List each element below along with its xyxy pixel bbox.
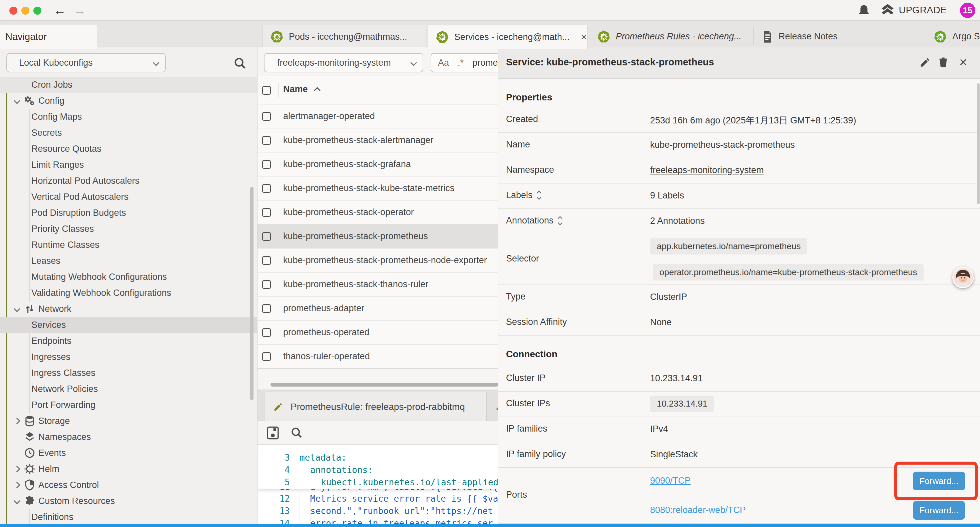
namespace-select[interactable]: freeleaps-monitoring-system	[264, 53, 423, 72]
port-link-9090-TCP[interactable]: 9090/TCP	[650, 476, 691, 486]
notification-count-badge[interactable]: 15	[960, 3, 975, 18]
sidebar-item-ingress-classes[interactable]: Ingress Classes	[0, 365, 257, 381]
chevron-down-icon[interactable]	[14, 306, 20, 312]
row-checkbox[interactable]	[262, 256, 271, 265]
sidebar-item-network-policies[interactable]: Network Policies	[0, 381, 257, 397]
row-checkbox[interactable]	[262, 184, 271, 193]
tab-prometheus-rules-icecheng[interactable]: Prometheus Rules - icecheng...	[590, 25, 752, 48]
match-case-toggle[interactable]: Aa	[438, 58, 449, 68]
navigator-search-icon[interactable]	[234, 57, 246, 69]
table-row-kube-prometheus-stack-alertmanager[interactable]: kube-prometheus-stack-alertmanager	[258, 128, 498, 153]
sidebar-item-leases[interactable]: Leases	[0, 253, 257, 269]
expand-collapse-icon[interactable]	[558, 217, 562, 224]
save-icon[interactable]	[266, 426, 280, 440]
sidebar-item-events[interactable]: Events	[0, 445, 257, 461]
sidebar-item-validating-webhook-configurations[interactable]: Validating Webhook Configurations	[0, 285, 257, 301]
row-checkbox[interactable]	[262, 352, 271, 361]
chevron-right-icon[interactable]	[14, 482, 20, 488]
tab-release-notes[interactable]: Release Notes	[754, 25, 924, 48]
name-column-header[interactable]: Name	[283, 84, 308, 94]
notifications-bell-icon[interactable]	[858, 4, 870, 18]
table-row-kube-prometheus-stack-thanos-ruler[interactable]: kube-prometheus-stack-thanos-ruler	[258, 272, 498, 296]
tab-pods-icecheng-mathmas[interactable]: Pods - icecheng@mathmas...	[262, 25, 426, 48]
tab-argo-se[interactable]: Argo Se	[926, 25, 980, 48]
sidebar-item-resource-quotas[interactable]: Resource Quotas	[0, 141, 257, 157]
horizontal-scrollbar[interactable]	[270, 383, 498, 387]
sidebar-item-definitions[interactable]: Definitions	[0, 509, 257, 524]
sidebar-item-priority-classes[interactable]: Priority Classes	[0, 221, 257, 237]
table-row-kube-prometheus-stack-kube-state-metrics[interactable]: kube-prometheus-stack-kube-state-metrics	[258, 177, 498, 201]
row-checkbox[interactable]	[262, 304, 271, 313]
tab-services-icecheng-math[interactable]: Services - icecheng@math...×	[428, 25, 588, 49]
sidebar-item-access-control[interactable]: Access Control	[0, 477, 257, 493]
namespace-link[interactable]: freeleaps-monitoring-system	[650, 165, 764, 175]
sidebar-item-helm[interactable]: Helm	[0, 461, 257, 477]
regex-toggle[interactable]: .*	[458, 58, 464, 68]
sidebar-item-network[interactable]: Network	[0, 301, 257, 317]
sidebar-item-ingresses[interactable]: Ingresses	[0, 349, 257, 365]
window-close-button[interactable]	[10, 7, 18, 15]
sidebar-item-cron-jobs[interactable]: Cron Jobs	[0, 77, 257, 93]
navigator-panel-tab[interactable]: Navigator	[0, 25, 97, 49]
sidebar-item-horizontal-pod-autoscalers[interactable]: Horizontal Pod Autoscalers	[0, 173, 257, 189]
code-link[interactable]: https://net	[436, 506, 493, 516]
table-row-thanos-ruler-operated[interactable]: thanos-ruler-operated	[258, 345, 498, 369]
sidebar-item-custom-resources[interactable]: Custom Resources	[0, 493, 257, 509]
delete-trash-icon[interactable]	[938, 57, 949, 68]
table-row-kube-prometheus-stack-operator[interactable]: kube-prometheus-stack-operator	[258, 201, 498, 224]
search-query[interactable]: prome	[473, 58, 498, 68]
row-checkbox[interactable]	[262, 232, 271, 241]
sidebar-item-config[interactable]: Config	[0, 93, 257, 109]
upgrade-button[interactable]: UPGRADE	[881, 4, 947, 16]
chevron-down-icon[interactable]	[14, 498, 20, 504]
table-row-kube-prometheus-stack-prometheus[interactable]: kube-prometheus-stack-prometheus	[258, 224, 498, 248]
sidebar-item-mutating-webhook-configurations[interactable]: Mutating Webhook Configurations	[0, 269, 257, 285]
table-row-alertmanager-operated[interactable]: alertmanager-operated	[258, 104, 498, 128]
drawer-scrollbar[interactable]	[977, 83, 980, 204]
port-link-8080-reloader-web-TCP[interactable]: 8080:reloader-web/TCP	[650, 505, 746, 515]
expand-collapse-icon[interactable]	[538, 191, 541, 199]
sidebar-item-endpoints[interactable]: Endpoints	[0, 333, 257, 349]
row-checkbox[interactable]	[262, 112, 271, 121]
window-minimize-button[interactable]	[21, 7, 29, 15]
close-icon[interactable]: ×	[581, 31, 587, 43]
row-checkbox[interactable]	[262, 160, 271, 169]
row-checkbox[interactable]	[262, 208, 271, 217]
forward-button-2[interactable]: Forward...	[913, 501, 965, 520]
edit-pencil-icon[interactable]	[919, 57, 931, 68]
close-icon[interactable]: ×	[959, 55, 967, 70]
sort-ascending-icon[interactable]	[314, 87, 321, 94]
forward-arrow-button[interactable]: →	[73, 3, 86, 18]
sidebar-item-pod-disruption-budgets[interactable]: Pod Disruption Budgets	[0, 205, 257, 221]
sidebar-item-namespaces[interactable]: Namespaces	[0, 429, 257, 445]
chevron-right-icon[interactable]	[14, 417, 20, 424]
table-row-kube-prometheus-stack-grafana[interactable]: kube-prometheus-stack-grafana	[258, 153, 498, 177]
editor-search-icon[interactable]	[290, 426, 303, 439]
sidebar-item-secrets[interactable]: Secrets	[0, 125, 257, 141]
resource-search-box[interactable]: Aa .* prome	[431, 53, 498, 72]
row-checkbox[interactable]	[262, 280, 271, 289]
window-zoom-button[interactable]	[33, 7, 41, 15]
table-row-kube-prometheus-stack-prometheus-node-exporter[interactable]: kube-prometheus-stack-prometheus-node-ex…	[258, 248, 498, 272]
row-checkbox[interactable]	[262, 328, 271, 337]
editor-tab-prometheusrule[interactable]: PrometheusRule: freeleaps-prod-rabbitmq	[264, 392, 487, 421]
kubeconfig-select[interactable]: Local Kubeconfigs	[6, 53, 166, 72]
row-checkbox[interactable]	[262, 136, 271, 145]
chevron-down-icon[interactable]	[14, 97, 20, 104]
chevron-right-icon[interactable]	[14, 466, 20, 472]
sidebar-item-port-forwarding[interactable]: Port Forwarding	[0, 397, 257, 413]
table-row-prometheus-adapter[interactable]: prometheus-adapter	[258, 296, 498, 320]
select-all-checkbox[interactable]	[262, 86, 271, 95]
editor-tab-next-partial[interactable]	[492, 392, 498, 421]
sidebar-item-vertical-pod-autoscalers[interactable]: Vertical Pod Autoscalers	[0, 189, 257, 205]
sidebar-item-storage[interactable]: Storage	[0, 413, 257, 429]
table-row-prometheus-operated[interactable]: prometheus-operated	[258, 320, 498, 345]
sidebar-item-config-maps[interactable]: Config Maps	[0, 109, 257, 125]
yaml-editor[interactable]: 11d"},"for":"nm","labels":{"service":{ 3…	[258, 444, 498, 524]
sidebar-item-services[interactable]: Services	[0, 317, 257, 333]
back-arrow-button[interactable]: ←	[53, 3, 66, 18]
sidebar-item-limit-ranges[interactable]: Limit Ranges	[0, 157, 257, 173]
sidebar-item-runtime-classes[interactable]: Runtime Classes	[0, 237, 257, 253]
avatar[interactable]	[952, 267, 974, 288]
sidebar-scrollbar[interactable]	[250, 187, 253, 400]
